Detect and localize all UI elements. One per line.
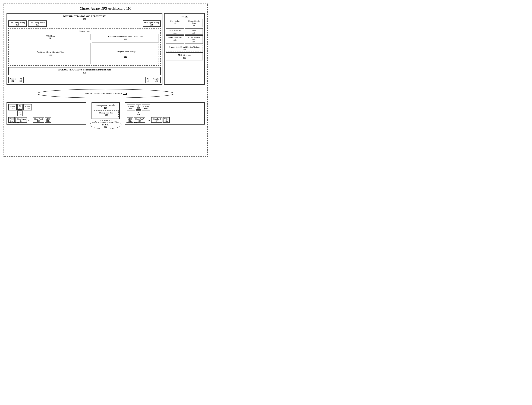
dsr-top-row: DSR Config. Utility 154 DSR Config. DATA… — [8, 20, 161, 27]
storage-repo-bar: STORAGE REPOSITORY Communication Infrast… — [8, 67, 161, 75]
backup-box: Backup/Redundancy Server/ Client Data 16… — [92, 34, 159, 42]
mgmt-tool-box: Management Tool 180 — [94, 110, 119, 117]
interconnect-section: INTERCONNECT/NETWORK FABRIC 170 — [7, 87, 205, 101]
dsr-config-utility-box: DSR Config. Utility 154 — [8, 20, 27, 27]
mpf-directory-box: MPF Directory 670 — [166, 52, 203, 61]
io-redundancy-box: IO redundancy data 187 — [185, 35, 203, 44]
left-adapter-group: Adapter 152 NI 153 — [8, 77, 24, 83]
inner-interconnect: INTERCONNECT/NETWORK FABRIC 172 — [90, 120, 121, 129]
right-adapter-box: Adapter 152 — [152, 77, 161, 83]
page-container: Cluster Aware DPS Architecture 100 DISTR… — [4, 4, 208, 157]
db-grid: CM_ Utility 182 Cluster Config Data 184 … — [166, 19, 203, 44]
dsr-config-data-box: DSR Config. DATA 155 — [28, 20, 47, 27]
ffdc-box: FFDC Data 191 — [10, 34, 91, 40]
assigned-num: 165 — [49, 53, 52, 56]
dsr-title: DISTRIBUTED STORAGE REPOSITORY — [8, 15, 161, 18]
db-title: DB 140 — [166, 15, 203, 18]
cec-b-box: adapter 132c NI 134 NI 134 adapter 132d — [125, 102, 205, 125]
cec-b-adapter2: adapter 132d — [142, 104, 150, 110]
left-adapter-box: Adapter 152 — [8, 77, 17, 83]
cec-b-bottom-row: VIOS 112c Client PartA 114 . . . Client … — [127, 117, 203, 123]
dsr-mgmt-utility-box: DSR Mgmt. Utility 156 — [143, 20, 161, 27]
cec-a-adapter1: adapter 132a — [8, 104, 17, 110]
cec-a-top-row: adapter 132a NI 134 NI 134 adapter 132b — [8, 104, 85, 116]
cec-a-ni2: NI 134 — [17, 110, 23, 116]
cluster-config-box: Cluster Config Data 184 — [185, 19, 203, 27]
cec-b-top-row: adapter 132c NI 134 NI 134 adapter 132d — [127, 104, 203, 116]
cec-a-client-partb: Client PartB 114 — [33, 117, 44, 123]
cec-b-vios2: VIOS 112d — [163, 117, 170, 123]
mgmt-console-box: Management Console 175 Management Tool 1… — [92, 102, 120, 119]
cec-b-client-partb: Client PartB 114 — [151, 117, 162, 123]
interconnect-label: INTERCONNECT/NETWORK FABRIC 170 — [85, 92, 127, 95]
unassigned-box: unassigned spare storage 167 — [92, 44, 159, 64]
cec-a-adapter2: adapter 132b — [23, 104, 32, 110]
left-ni1-box: NI 153 — [18, 77, 24, 83]
cec-b-ni1: NI 134 — [136, 104, 141, 110]
cec-a-label: CEC_A_110A — [8, 121, 19, 123]
cec-a-box: adapter 132a NI 134 NI 134 adapter 132b — [7, 102, 86, 125]
cec-a-vios2: VIOS 112b — [45, 117, 51, 123]
right-adapter-group: NI 153 Adapter 152 — [145, 77, 161, 83]
right-ni2-box: NI 153 — [145, 77, 151, 83]
mgmt-center: Management Console 175 Management Tool 1… — [88, 102, 123, 129]
vio-adapter-box: vio AdapterID 183 — [166, 28, 184, 34]
cec-b-dots: . . . — [146, 119, 151, 121]
storage-label: Storage 160 — [10, 30, 159, 33]
title-num: 100 — [126, 7, 131, 10]
top-section: DISTRIBUTED STORAGE REPOSITORY 150 DSR C… — [7, 13, 205, 85]
primary-node-box: Primary Node ID and Election Modules 600 — [166, 45, 203, 51]
storage-inner: FFDC Data 191 Assigned Client Storage Fi… — [10, 34, 159, 64]
cec-b-adapter1: adapter 132c — [127, 104, 135, 110]
dsr-box: DISTRIBUTED STORAGE REPOSITORY 150 DSR C… — [7, 13, 162, 85]
main-title: Cluster Aware DPS Architecture 100 — [7, 7, 205, 11]
client-id-box: ClientID 185 — [185, 28, 203, 34]
cec-b-ni2: NI 134 — [136, 110, 141, 116]
storage-repo-label: STORAGE REPOSITORY Communication Infrast… — [10, 68, 158, 71]
cm-utility-box: CM_ Utility 182 — [166, 19, 184, 27]
backup-section: Backup/Redundancy Server/ Client Data 16… — [92, 34, 159, 64]
assigned-label: Assigned Client Storage Files — [37, 51, 64, 53]
title-text: Cluster Aware DPS Architecture — [80, 7, 125, 10]
ellipse-container: INTERCONNECT/NETWORK FABRIC 170 — [35, 88, 176, 99]
cec-a-bottom-row: VIOS 112a Client PartA 114 . . . Client … — [8, 117, 85, 123]
db-box: DB 140 CM_ Utility 182 Cluster Config Da… — [164, 13, 205, 85]
cec-b-label: CEC_B_110B — [126, 121, 137, 123]
bottom-section: adapter 132a NI 134 NI 134 adapter 132b — [7, 102, 205, 129]
cec-a-ni1: NI 134 — [17, 104, 23, 110]
active-nodes-box: Active Nodes List 188 — [166, 35, 184, 44]
storage-section: Storage 160 FFDC Data 191 Assigned Clien… — [8, 28, 161, 66]
adapter-row: Adapter 152 NI 153 NI 153 Adapter — [8, 77, 161, 83]
dsr-subtitle: 150 — [8, 18, 161, 20]
assigned-box: Assigned Client Storage Files 165 — [10, 43, 91, 64]
cec-a-dots: . . . — [28, 119, 32, 121]
storage-repo-num: 151 — [10, 71, 158, 74]
